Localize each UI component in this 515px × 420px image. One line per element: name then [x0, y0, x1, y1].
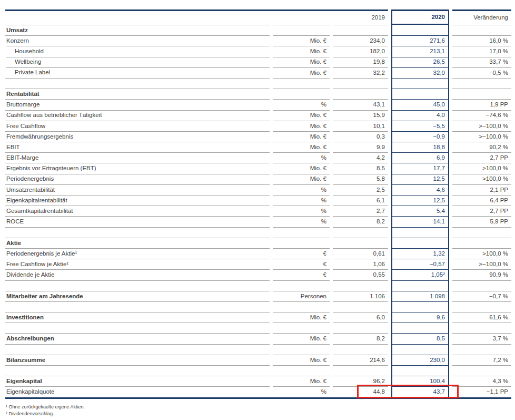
footnote: ¹ Ohne zurückgekaufte eigene Aktien. [6, 404, 515, 411]
value-2020: 1,05² [391, 269, 449, 280]
value-change: 6,4 PP [452, 195, 511, 206]
value-2020: 26,5 [391, 57, 449, 67]
value-2019: 43,1 [333, 99, 388, 110]
empty-cell [5, 280, 270, 291]
empty-cell-2020 [391, 301, 449, 312]
unit-cell: Mio. € [273, 174, 330, 184]
value-change: 33,7 % [452, 57, 511, 67]
unit-cell: % [273, 184, 330, 195]
value-change: −0,5 % [452, 67, 511, 78]
empty-cell [333, 365, 388, 376]
row-label: EBIT [5, 142, 270, 152]
spacer-row [0, 344, 515, 355]
table-row: Umsatzrentabilität % 2,5 4,6 2,1 PP [0, 184, 515, 195]
row-label: Investitionen [5, 312, 270, 323]
empty-cell [5, 323, 270, 333]
table-row: Cashflow aus betrieblicher Tätigkeit Mio… [0, 110, 515, 121]
table-row: Konzern Mio. € 234,0 271,6 16,0 % [0, 35, 515, 46]
value-2020: 230,0 [391, 355, 449, 365]
value-change: 4,3 % [452, 376, 511, 386]
value-2019: 9,9 [333, 142, 388, 152]
value-2020: 213,1 [391, 46, 449, 56]
value-2020: 32,0 [391, 67, 449, 78]
empty-cell-2020 [391, 238, 449, 248]
unit-cell: Mio. € [273, 142, 330, 152]
unit-cell: Mio. € [273, 46, 330, 56]
value-2020: 6,9 [391, 152, 449, 163]
table-row: Free Cashflow je Aktie¹ € 1,06 −0,57 >−1… [0, 259, 515, 269]
row-label: Free Cashflow je Aktie¹ [5, 259, 270, 269]
empty-cell [452, 365, 511, 376]
table-row: Free Cashflow Mio. € 10,1 −5,5 >−100,0 % [0, 121, 515, 131]
unit-cell: % [273, 99, 330, 110]
empty-cell [333, 78, 388, 89]
value-change: 90,9 % [452, 269, 511, 280]
value-2019: 0,55 [333, 269, 388, 280]
table-header-row: 2019 2020 Veränderung [0, 9, 515, 25]
row-label: Gesamtkapitalrentabilität [5, 206, 270, 216]
empty-cell [333, 227, 388, 238]
empty-cell [273, 344, 330, 355]
value-2019: 32,2 [333, 67, 388, 78]
unit-cell: % [273, 195, 330, 206]
value-change: >−100,0 % [452, 259, 511, 269]
value-2019: 0,61 [333, 248, 388, 259]
section-row: Rentabilität [0, 89, 515, 99]
empty-cell [333, 25, 388, 35]
empty-cell [452, 301, 511, 312]
value-2019: 2,7 [333, 206, 388, 216]
value-2019: 182,0 [333, 46, 388, 56]
spacer-row [0, 323, 515, 333]
unit-cell: Mio. € [273, 163, 330, 173]
unit-cell: € [273, 259, 330, 269]
table-row: Wellbeing Mio. € 19,8 26,5 33,7 % [0, 57, 515, 67]
empty-cell-2020 [391, 78, 449, 89]
value-2019: 214,6 [333, 355, 388, 365]
table-row: Gesamtkapitalrentabilität % 2,7 5,4 2,7 … [0, 206, 515, 216]
unit-cell: Mio. € [273, 35, 330, 46]
empty-cell [333, 280, 388, 291]
table-row: EBIT-Marge % 4,2 6,9 2,7 PP [0, 152, 515, 163]
section-label: Rentabilität [5, 89, 270, 99]
value-change: >100,0 % [452, 248, 511, 259]
value-2019: 15,9 [333, 110, 388, 121]
row-label: Periodenergebnis je Aktie¹ [5, 248, 270, 259]
row-label: Cashflow aus betrieblicher Tätigkeit [5, 110, 270, 121]
empty-cell [5, 344, 270, 355]
value-2020: 17,7 [391, 163, 449, 173]
table-row: Investitionen Mio. € 6,0 9,6 61,6 % [0, 312, 515, 323]
empty-cell [333, 323, 388, 333]
value-2020: 1,32 [391, 248, 449, 259]
row-label: Wellbeing [5, 57, 270, 67]
value-2020: 8,5 [391, 333, 449, 344]
unit-cell: Mio. € [273, 376, 330, 386]
table-row: Eigenkapitalrentabilität % 6,1 12,5 6,4 … [0, 195, 515, 206]
footnotes: ¹ Ohne zurückgekaufte eigene Aktien. ² D… [6, 404, 515, 417]
column-header-2019: 2019 [5, 9, 388, 25]
value-2019: 44,8 [333, 386, 388, 397]
section-label: Umsatz [5, 25, 270, 35]
table-row: Private Label Mio. € 32,2 32,0 −0,5 % [0, 67, 515, 78]
unit-cell: % [273, 206, 330, 216]
spacer-row [0, 227, 515, 238]
empty-cell [273, 238, 330, 248]
value-2020: 45,0 [391, 99, 449, 110]
value-change: >−100,0 % [452, 121, 511, 131]
row-label: Bruttomarge [5, 99, 270, 110]
section-label: Aktie [5, 238, 270, 248]
row-label: Periodenergebnis [5, 174, 270, 184]
empty-cell [452, 323, 511, 333]
empty-cell [452, 25, 511, 35]
value-2019: 96,2 [333, 376, 388, 386]
key-figures-table: 2019 2020 Veränderung Umsatz Konzern Mio… [0, 0, 515, 417]
value-2020: 12,5 [391, 195, 449, 206]
value-change: 1,9 PP [452, 99, 511, 110]
row-label: Eigenkapitalrentabilität [5, 195, 270, 206]
table-row: Periodenergebnis Mio. € 5,8 12,5 >100,0 … [0, 174, 515, 184]
value-change: >−100,0 % [452, 131, 511, 142]
empty-cell [5, 227, 270, 238]
value-2020: −0,57 [391, 259, 449, 269]
value-2019: 8,5 [333, 163, 388, 173]
section-row: Umsatz [0, 25, 515, 35]
empty-cell [273, 78, 330, 89]
